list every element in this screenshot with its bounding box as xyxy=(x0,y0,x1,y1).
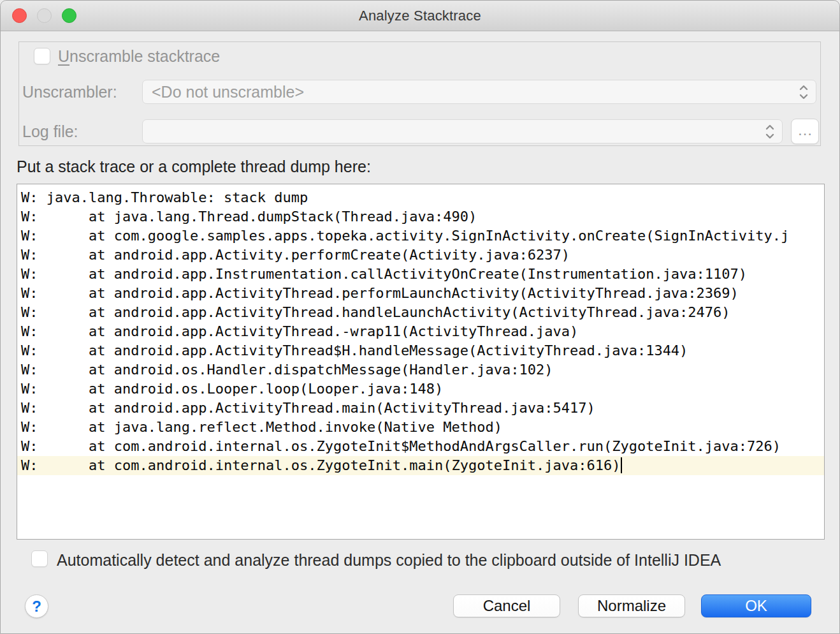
stacktrace-line: W: at java.lang.reflect.Method.invoke(Na… xyxy=(17,418,824,437)
title-bar[interactable]: Analyze Stacktrace xyxy=(1,1,839,31)
label-rest: nscramble stacktrace xyxy=(69,47,220,65)
stacktrace-line: W: at com.google.samples.apps.topeka.act… xyxy=(17,226,824,246)
log-file-label: Log file: xyxy=(22,122,78,141)
stacktrace-line: W: at android.os.Looper.loop(Looper.java… xyxy=(17,380,824,399)
stacktrace-line: W: at java.lang.Thread.dumpStack(Thread.… xyxy=(17,207,824,226)
zoom-window-button[interactable] xyxy=(62,8,76,23)
stacktrace-line: W: at android.app.ActivityThread.perform… xyxy=(17,284,824,303)
cancel-button[interactable]: Cancel xyxy=(453,594,560,617)
chevron-up-down-icon xyxy=(798,84,809,101)
stacktrace-line: W: at android.app.Activity.performCreate… xyxy=(17,246,824,265)
stacktrace-line: W: at android.os.Handler.dispatchMessage… xyxy=(17,360,824,380)
text-caret xyxy=(621,457,622,473)
auto-detect-checkbox[interactable] xyxy=(31,550,48,567)
stacktrace-line: W: at android.app.ActivityThread.main(Ac… xyxy=(17,399,824,418)
window-title: Analyze Stacktrace xyxy=(1,1,839,31)
analyze-stacktrace-dialog: Analyze Stacktrace Unscramble stacktrace… xyxy=(0,0,840,634)
stacktrace-line: W: at com.android.internal.os.ZygoteInit… xyxy=(17,437,824,456)
unscrambler-label: Unscrambler: xyxy=(22,83,117,101)
stacktrace-line: W: at android.app.ActivityThread$H.handl… xyxy=(17,341,824,360)
stacktrace-line: W: at android.app.Instrumentation.callAc… xyxy=(17,265,824,284)
minimize-window-button xyxy=(37,8,52,23)
help-button[interactable]: ? xyxy=(25,594,48,618)
stacktrace-line: W: at android.app.ActivityThread.handleL… xyxy=(17,303,824,322)
stacktrace-editor[interactable]: W: java.lang.Throwable: stack dump W: at… xyxy=(17,184,825,540)
browse-log-file-button[interactable]: … xyxy=(791,119,819,144)
ok-button[interactable]: OK xyxy=(701,594,811,617)
unscrambler-selected-value: <Do not unscramble> xyxy=(152,83,304,101)
normalize-button[interactable]: Normalize xyxy=(578,594,685,617)
auto-detect-label[interactable]: Automatically detect and analyze thread … xyxy=(57,551,721,570)
chevron-up-down-icon xyxy=(764,123,776,141)
unscramble-checkbox[interactable] xyxy=(34,48,50,64)
mnemonic-letter: U xyxy=(58,47,69,65)
stacktrace-prompt-label: Put a stack trace or a complete thread d… xyxy=(17,158,371,176)
log-file-select[interactable] xyxy=(142,119,783,144)
close-window-button[interactable] xyxy=(12,8,27,23)
stacktrace-line-text: W: at com.android.internal.os.ZygoteInit… xyxy=(21,457,620,473)
stacktrace-line: W: java.lang.Throwable: stack dump xyxy=(17,188,824,207)
stacktrace-line: W: at android.app.ActivityThread.-wrap11… xyxy=(17,322,824,341)
unscrambler-select[interactable]: <Do not unscramble> xyxy=(142,80,816,104)
unscramble-checkbox-label[interactable]: Unscramble stacktrace xyxy=(58,47,220,66)
stacktrace-line-current: W: at com.android.internal.os.ZygoteInit… xyxy=(17,456,824,475)
